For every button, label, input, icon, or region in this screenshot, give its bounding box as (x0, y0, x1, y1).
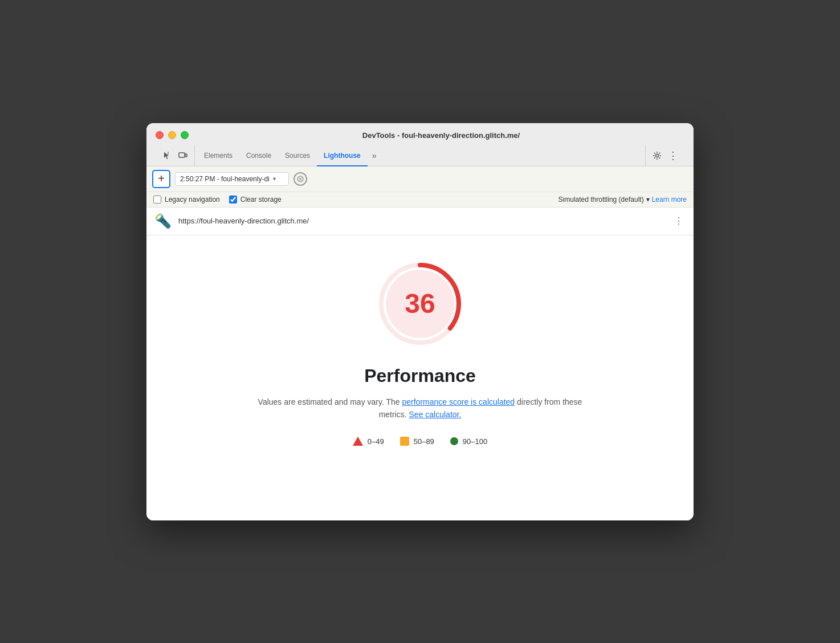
clear-storage-label[interactable]: Clear storage (240, 196, 282, 204)
title-bar: DevTools - foul-heavenly-direction.glitc… (146, 123, 694, 166)
menu-dots-icon[interactable]: ⋮ (666, 149, 680, 162)
traffic-lights (156, 131, 189, 139)
legend-green: 90–100 (450, 437, 487, 446)
svg-rect-1 (179, 153, 185, 157)
maximize-button[interactable] (181, 131, 189, 139)
clear-button[interactable] (293, 172, 307, 186)
learn-more-link[interactable]: Learn more (652, 196, 687, 204)
tab-lighthouse[interactable]: Lighthouse (317, 146, 368, 166)
throttling-dropdown-arrow[interactable]: ▾ (646, 196, 650, 204)
url-row: 🔦 https://foul-heavenly-direction.glitch… (146, 207, 694, 235)
clear-storage-option: Clear storage (229, 196, 282, 204)
throttling-label: Simulated throttling (default) (558, 196, 644, 204)
legacy-nav-option: Legacy navigation (153, 196, 220, 204)
tab-sources[interactable]: Sources (278, 146, 317, 166)
url-menu-icon[interactable]: ⋮ (672, 214, 686, 228)
red-range-label: 0–49 (368, 437, 384, 446)
svg-rect-0 (168, 152, 169, 154)
legacy-nav-label[interactable]: Legacy navigation (165, 196, 220, 204)
svg-rect-2 (185, 154, 187, 157)
perf-score-link[interactable]: performance score is calculated (402, 397, 515, 406)
calculator-link[interactable]: See calculator. (409, 410, 462, 419)
devtools-toolbar: Elements Console Sources Lighthouse » ⋮ (156, 145, 684, 166)
legend-red: 0–49 (353, 437, 384, 446)
score-gauge: 36 (374, 258, 466, 349)
url-value: 2:50:27 PM - foul-heavenly-di (180, 175, 270, 183)
performance-title: Performance (158, 365, 682, 386)
toolbar-left-icons (156, 145, 195, 166)
throttling-option: Simulated throttling (default) ▾ Learn m… (558, 196, 687, 204)
secondary-toolbar: + 2:50:27 PM - foul-heavenly-di ▾ (146, 166, 694, 192)
legacy-nav-checkbox[interactable] (153, 196, 161, 204)
desc-prefix: Values are estimated and may vary. The (258, 397, 402, 406)
close-button[interactable] (156, 131, 164, 139)
window-title: DevTools - foul-heavenly-direction.glitc… (198, 131, 684, 140)
green-circle-icon (450, 437, 458, 445)
main-content: 36 Performance Values are estimated and … (146, 235, 694, 520)
devtools-window: DevTools - foul-heavenly-direction.glitc… (146, 123, 694, 520)
cursor-icon[interactable] (160, 149, 174, 162)
orange-square-icon (400, 437, 409, 446)
minimize-button[interactable] (168, 131, 176, 139)
legend-orange: 50–89 (400, 437, 434, 446)
dropdown-arrow-icon: ▾ (273, 176, 276, 182)
more-tabs-button[interactable]: » (368, 145, 381, 166)
svg-point-3 (656, 154, 659, 157)
toolbar-right-icons: ⋮ (645, 145, 684, 166)
page-url: https://foul-heavenly-direction.glitch.m… (178, 217, 665, 225)
performance-description: Values are estimated and may vary. The p… (255, 396, 585, 421)
clear-storage-checkbox[interactable] (229, 196, 237, 204)
tab-console[interactable]: Console (239, 146, 278, 166)
lighthouse-logo-icon: 🔦 (154, 213, 172, 229)
red-triangle-icon (353, 437, 363, 446)
settings-icon[interactable] (650, 149, 664, 162)
tab-elements[interactable]: Elements (197, 146, 239, 166)
options-bar: Legacy navigation Clear storage Simulate… (146, 192, 694, 207)
new-audit-button[interactable]: + (152, 170, 170, 188)
url-dropdown[interactable]: 2:50:27 PM - foul-heavenly-di ▾ (175, 172, 289, 186)
toolbar-tabs: Elements Console Sources Lighthouse » (195, 145, 645, 166)
score-legend: 0–49 50–89 90–100 (158, 437, 682, 446)
performance-score: 36 (405, 288, 435, 319)
orange-range-label: 50–89 (414, 437, 434, 446)
green-range-label: 90–100 (463, 437, 487, 446)
device-icon[interactable] (176, 149, 190, 162)
